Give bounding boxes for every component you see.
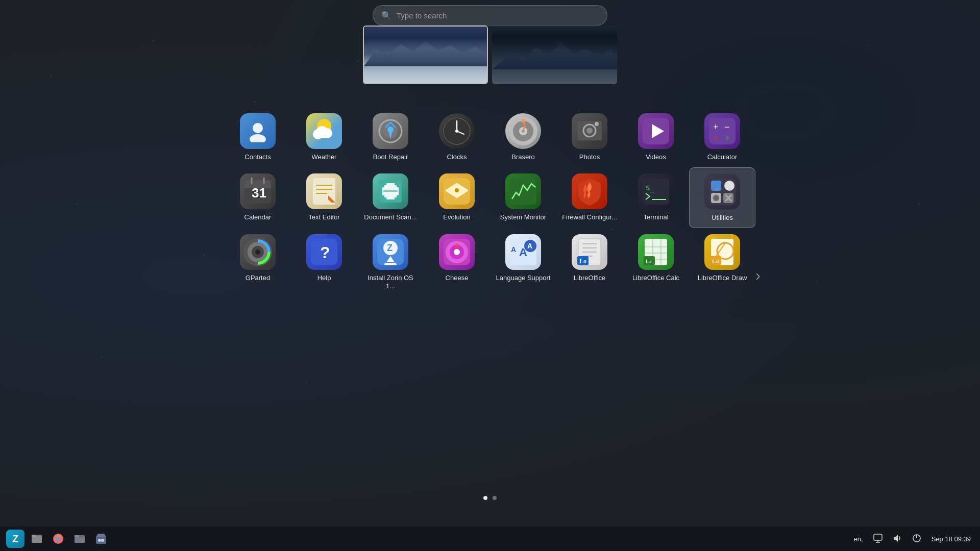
app-row-3: GParted ? Help Z Install Zo bbox=[225, 228, 755, 296]
files-icon bbox=[31, 533, 43, 545]
taskbar-left: Z bbox=[6, 530, 110, 548]
app-libreoffice[interactable]: Lo LibreOffice bbox=[556, 228, 623, 296]
document-scan-icon bbox=[373, 173, 408, 209]
svg-text:Z: Z bbox=[387, 243, 393, 253]
utilities-icon bbox=[704, 174, 740, 210]
svg-point-1 bbox=[250, 134, 266, 142]
app-brasero-label: Brasero bbox=[511, 153, 535, 161]
taskbar-datetime[interactable]: Sep 18 09:39 bbox=[928, 533, 974, 545]
app-row-2: 31 Calendar Text Editor bbox=[225, 167, 755, 229]
svg-point-74 bbox=[454, 249, 460, 255]
taskbar-power-button[interactable] bbox=[909, 532, 924, 546]
page-dot-1[interactable] bbox=[483, 496, 487, 500]
svg-point-108 bbox=[101, 539, 104, 542]
firewall-icon bbox=[572, 173, 607, 209]
app-cheese[interactable]: Cheese bbox=[424, 228, 490, 296]
file-manager-icon bbox=[74, 533, 86, 545]
app-language-support[interactable]: A A A Language Support bbox=[490, 228, 556, 296]
svg-text:−: − bbox=[724, 122, 730, 132]
svg-rect-105 bbox=[75, 535, 79, 537]
svg-text:÷: ÷ bbox=[725, 133, 730, 143]
wallpaper-preview-1[interactable] bbox=[363, 26, 488, 84]
app-document-scan-label: Document Scan... bbox=[364, 213, 416, 221]
svg-rect-44 bbox=[383, 190, 398, 192]
system-monitor-icon bbox=[505, 173, 541, 209]
taskbar-firefox-button[interactable] bbox=[49, 530, 67, 548]
cheese-icon bbox=[439, 234, 475, 270]
app-document-scan[interactable]: Document Scan... bbox=[357, 167, 424, 229]
app-videos-label: Videos bbox=[646, 153, 666, 161]
app-photos[interactable]: Photos bbox=[556, 107, 623, 167]
page-dot-2[interactable] bbox=[493, 496, 497, 500]
app-text-editor-label: Text Editor bbox=[308, 213, 339, 221]
app-contacts[interactable]: Contacts bbox=[225, 107, 291, 167]
app-gparted-label: GParted bbox=[246, 274, 270, 282]
power-icon bbox=[912, 534, 921, 543]
libreoffice-icon: Lo bbox=[572, 234, 607, 270]
svg-marker-112 bbox=[894, 535, 898, 542]
app-brasero[interactable]: Brasero bbox=[490, 107, 556, 167]
app-utilities-label: Utilities bbox=[712, 214, 733, 222]
app-weather[interactable]: Weather bbox=[291, 107, 357, 167]
taskbar-volume-button[interactable] bbox=[890, 532, 905, 546]
app-text-editor[interactable]: Text Editor bbox=[291, 167, 357, 229]
app-libreoffice-calc[interactable]: Lc LibreOffice Calc bbox=[623, 228, 689, 296]
store-icon bbox=[95, 533, 107, 545]
svg-point-102 bbox=[56, 536, 61, 541]
contacts-icon bbox=[240, 113, 276, 149]
app-terminal[interactable]: $_ Terminal bbox=[623, 167, 689, 229]
app-libreoffice-label: LibreOffice bbox=[574, 274, 606, 282]
svg-text:×: × bbox=[713, 133, 719, 143]
app-gparted[interactable]: GParted bbox=[225, 228, 291, 296]
svg-point-23 bbox=[586, 128, 593, 134]
libreoffice-calc-icon: Lc bbox=[638, 234, 674, 270]
app-calendar[interactable]: 31 Calendar bbox=[225, 167, 291, 229]
app-utilities[interactable]: Utilities bbox=[689, 167, 755, 229]
app-terminal-label: Terminal bbox=[643, 213, 668, 221]
zorin-menu-button[interactable]: Z bbox=[6, 530, 24, 548]
search-bar[interactable]: 🔍 bbox=[373, 5, 607, 26]
svg-rect-99 bbox=[32, 536, 42, 543]
app-firewall[interactable]: Firewall Configur... bbox=[556, 167, 623, 229]
svg-text:Lo: Lo bbox=[579, 258, 586, 265]
wallpaper-preview-2[interactable] bbox=[492, 26, 617, 84]
svg-point-9 bbox=[387, 127, 394, 133]
svg-text:31: 31 bbox=[252, 185, 266, 201]
app-help[interactable]: ? Help bbox=[291, 228, 357, 296]
taskbar-store-button[interactable] bbox=[92, 530, 110, 548]
page-dots bbox=[483, 496, 497, 500]
app-clocks-label: Clocks bbox=[447, 153, 467, 161]
app-clocks[interactable]: Clocks bbox=[424, 107, 490, 167]
taskbar-screen-button[interactable] bbox=[870, 532, 886, 546]
svg-text:Ld: Ld bbox=[712, 258, 719, 264]
app-row-1: Contacts Weather bbox=[225, 107, 755, 167]
app-boot-repair-label: Boot Repair bbox=[373, 153, 408, 161]
videos-icon bbox=[638, 113, 674, 149]
svg-point-75 bbox=[455, 244, 459, 248]
svg-rect-53 bbox=[711, 181, 721, 191]
next-page-arrow[interactable]: › bbox=[750, 262, 766, 289]
taskbar-file-manager-button[interactable] bbox=[70, 530, 89, 548]
terminal-icon: $_ bbox=[638, 173, 674, 209]
language-support-icon: A A A bbox=[505, 234, 541, 270]
app-libreoffice-calc-label: LibreOffice Calc bbox=[632, 274, 679, 282]
app-install-zorin-label: Install Zorin OS 1... bbox=[362, 274, 419, 290]
libreoffice-draw-icon: Ld bbox=[704, 234, 740, 270]
boot-repair-icon bbox=[373, 113, 408, 149]
screen-icon bbox=[873, 534, 883, 543]
taskbar-files-button[interactable] bbox=[28, 530, 46, 548]
app-calculator[interactable]: + − × ÷ Calculator bbox=[689, 107, 755, 167]
clocks-icon bbox=[439, 113, 475, 149]
app-videos[interactable]: Videos bbox=[623, 107, 689, 167]
app-boot-repair[interactable]: Boot Repair bbox=[357, 107, 424, 167]
svg-rect-48 bbox=[510, 178, 536, 205]
app-install-zorin[interactable]: Z Install Zorin OS 1... bbox=[357, 228, 424, 296]
taskbar-language[interactable]: en, bbox=[851, 533, 866, 545]
svg-text:?: ? bbox=[320, 243, 330, 262]
app-system-monitor[interactable]: System Monitor bbox=[490, 167, 556, 229]
app-firewall-label: Firewall Configur... bbox=[562, 213, 617, 221]
app-libreoffice-draw[interactable]: Ld LibreOffice Draw bbox=[689, 228, 755, 296]
search-input[interactable] bbox=[397, 11, 599, 20]
language-indicator: en, bbox=[854, 535, 863, 543]
app-evolution[interactable]: Evolution bbox=[424, 167, 490, 229]
